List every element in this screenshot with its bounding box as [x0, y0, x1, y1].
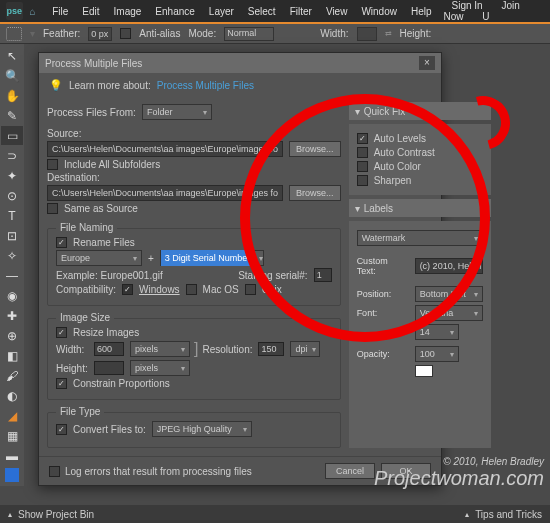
quickfix-header[interactable]: ▾Quick Fix — [349, 102, 491, 120]
hand-tool-icon[interactable]: ✋ — [1, 86, 23, 105]
zoom-tool-icon[interactable]: 🔍 — [1, 66, 23, 85]
font-size-dropdown[interactable]: 14 — [415, 324, 459, 340]
bucket-tool-icon[interactable]: ◢ — [1, 406, 23, 425]
autocolor-checkbox[interactable] — [357, 161, 368, 172]
convert-format-dropdown[interactable]: JPEG High Quality — [152, 421, 252, 437]
show-project-bin[interactable]: Show Project Bin — [18, 509, 94, 520]
smart-brush-tool-icon[interactable]: ◐ — [1, 386, 23, 405]
menu-help[interactable]: Help — [405, 3, 438, 20]
resize-checkbox[interactable]: ✓ — [56, 327, 67, 338]
gradient-tool-icon[interactable]: ▦ — [1, 426, 23, 445]
height-label: Height: — [400, 28, 432, 39]
eyedropper-tool-icon[interactable]: ✎ — [1, 106, 23, 125]
menu-window[interactable]: Window — [355, 3, 403, 20]
menu-enhance[interactable]: Enhance — [149, 3, 200, 20]
same-source-checkbox[interactable] — [47, 203, 58, 214]
rename-files-label: Rename Files — [73, 237, 135, 248]
rename-files-checkbox[interactable]: ✓ — [56, 237, 67, 248]
redeye-tool-icon[interactable]: ◉ — [1, 286, 23, 305]
resolution-unit-dropdown[interactable]: dpi — [290, 341, 320, 357]
swap-icon[interactable]: ⇄ — [385, 29, 392, 38]
main-menu: File Edit Image Enhance Layer Select Fil… — [46, 3, 437, 20]
home-icon[interactable]: ⌂ — [26, 3, 40, 19]
quickfix-section: ✓Auto Levels Auto Contrast Auto Color Sh… — [349, 124, 491, 195]
width-unit-dropdown[interactable]: pixels — [130, 341, 190, 357]
close-button[interactable]: × — [419, 56, 435, 70]
feather-input[interactable] — [88, 27, 112, 41]
autocontrast-checkbox[interactable] — [357, 147, 368, 158]
font-dropdown[interactable]: Verdana — [415, 305, 483, 321]
menu-file[interactable]: File — [46, 3, 74, 20]
color-swatch[interactable] — [415, 365, 433, 377]
labels-header[interactable]: ▾Labels — [349, 199, 491, 217]
menu-select[interactable]: Select — [242, 3, 282, 20]
straighten-tool-icon[interactable]: — — [1, 266, 23, 285]
brush-tool-icon[interactable]: 🖌 — [1, 366, 23, 385]
width-input[interactable] — [94, 342, 124, 356]
position-dropdown[interactable]: Bottom Left — [415, 286, 483, 302]
antialias-label: Anti-alias — [139, 28, 180, 39]
menu-edit[interactable]: Edit — [76, 3, 105, 20]
menu-filter[interactable]: Filter — [284, 3, 318, 20]
lasso-tool-icon[interactable]: ⊃ — [1, 146, 23, 165]
marquee-tool-icon[interactable] — [6, 27, 22, 41]
status-bar: ▴ Show Project Bin ▴ Tips and Tricks — [0, 505, 550, 523]
expand-icon[interactable]: ▴ — [8, 510, 12, 519]
height-input[interactable] — [94, 361, 124, 375]
cancel-button[interactable]: Cancel — [325, 463, 375, 479]
width-option-input[interactable] — [357, 27, 377, 41]
sharpen-checkbox[interactable] — [357, 175, 368, 186]
antialias-checkbox[interactable] — [120, 28, 131, 39]
undo-indicator[interactable]: U — [474, 8, 497, 25]
move-tool-icon[interactable]: ↖ — [1, 46, 23, 65]
tips-tricks[interactable]: Tips and Tricks — [475, 509, 542, 520]
compat-windows-checkbox: ✓ — [122, 284, 133, 295]
selection-brush-tool-icon[interactable]: ⊙ — [1, 186, 23, 205]
dialog-titlebar: Process Multiple Files × — [39, 53, 441, 73]
source-path-input[interactable]: C:\Users\Helen\Documents\aa images\Europ… — [47, 141, 283, 157]
custom-text-input[interactable]: (c) 2010, Helen Bradley — [415, 258, 483, 274]
constrain-checkbox[interactable]: ✓ — [56, 378, 67, 389]
lightbulb-icon: 💡 — [49, 79, 63, 92]
healing-tool-icon[interactable]: ✚ — [1, 306, 23, 325]
label-type-dropdown[interactable]: Watermark — [357, 230, 483, 246]
starting-serial-input[interactable] — [314, 268, 332, 282]
include-subfolders-checkbox[interactable] — [47, 159, 58, 170]
log-errors-checkbox[interactable] — [49, 466, 60, 477]
menu-layer[interactable]: Layer — [203, 3, 240, 20]
clone-tool-icon[interactable]: ⊕ — [1, 326, 23, 345]
custom-text-label: Custom Text: — [357, 256, 409, 276]
convert-checkbox[interactable]: ✓ — [56, 424, 67, 435]
name-part2-dropdown[interactable]: 3 Digit Serial Number — [160, 250, 264, 266]
height-unit-dropdown[interactable]: pixels — [130, 360, 190, 376]
resolution-input[interactable] — [258, 342, 284, 356]
menu-view[interactable]: View — [320, 3, 354, 20]
app-logo: pse — [6, 2, 23, 20]
options-bar: ▾ Feather: Anti-alias Mode: Normal Width… — [0, 22, 550, 44]
shape-tool-icon[interactable]: ▬ — [1, 446, 23, 465]
cookie-cutter-tool-icon[interactable]: ✧ — [1, 246, 23, 265]
foreground-color[interactable] — [5, 468, 19, 482]
expand-icon[interactable]: ▴ — [465, 510, 469, 519]
mode-dropdown[interactable]: Normal — [224, 27, 274, 41]
magic-wand-tool-icon[interactable]: ✦ — [1, 166, 23, 185]
dest-browse-button[interactable]: Browse... — [289, 185, 341, 201]
feather-label: Feather: — [43, 28, 80, 39]
eraser-tool-icon[interactable]: ◧ — [1, 346, 23, 365]
autolevels-checkbox[interactable]: ✓ — [357, 133, 368, 144]
process-from-label: Process Files From: — [47, 107, 136, 118]
learn-link[interactable]: Process Multiple Files — [157, 80, 254, 91]
compat-mac-checkbox[interactable] — [186, 284, 197, 295]
type-tool-icon[interactable]: T — [1, 206, 23, 225]
name-part1-dropdown[interactable]: Europe — [56, 250, 142, 266]
crop-tool-icon[interactable]: ⊡ — [1, 226, 23, 245]
marquee-tool-icon[interactable]: ▭ — [1, 126, 23, 145]
ok-button[interactable]: OK — [381, 463, 431, 479]
dest-path-input[interactable]: C:\Users\Helen\Documents\aa images\Europ… — [47, 185, 283, 201]
source-browse-button[interactable]: Browse... — [289, 141, 341, 157]
menu-image[interactable]: Image — [108, 3, 148, 20]
compat-unix-checkbox[interactable] — [245, 284, 256, 295]
mode-label: Mode: — [188, 28, 216, 39]
process-from-dropdown[interactable]: Folder — [142, 104, 212, 120]
opacity-dropdown[interactable]: 100 — [415, 346, 459, 362]
